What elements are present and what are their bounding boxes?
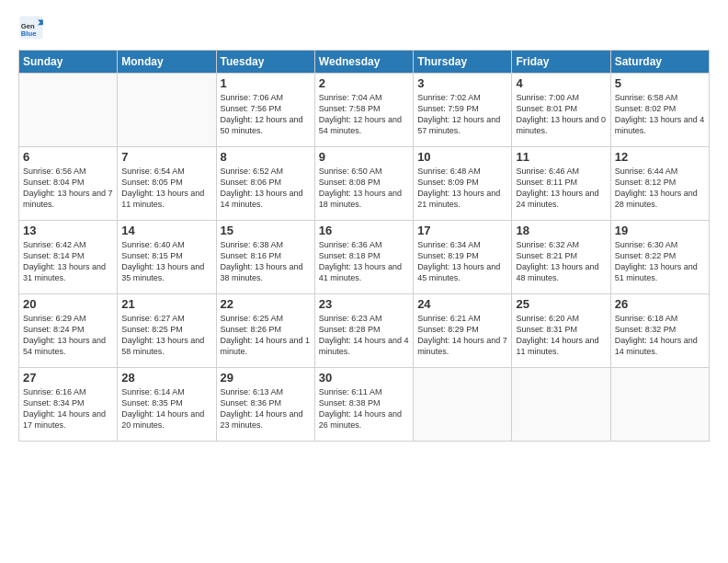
calendar-cell: 20Sunrise: 6:29 AM Sunset: 8:24 PM Dayli… [19,294,118,368]
calendar-week-3: 13Sunrise: 6:42 AM Sunset: 8:14 PM Dayli… [19,221,710,294]
day-number: 26 [615,297,705,311]
calendar-cell: 22Sunrise: 6:25 AM Sunset: 8:26 PM Dayli… [216,294,314,368]
page: Gen Blue SundayMondayTuesdayWednesdayThu… [0,0,728,563]
day-number: 15 [221,224,311,237]
calendar-header-monday: Monday [118,51,216,74]
day-info: Sunrise: 6:34 AM Sunset: 8:19 PM Dayligh… [417,239,507,284]
day-number: 8 [221,150,311,164]
day-info: Sunrise: 6:56 AM Sunset: 8:04 PM Dayligh… [23,166,113,211]
day-info: Sunrise: 6:32 AM Sunset: 8:21 PM Dayligh… [516,239,606,284]
day-number: 13 [23,224,113,237]
day-number: 27 [23,371,113,385]
calendar-cell: 14Sunrise: 6:40 AM Sunset: 8:15 PM Dayli… [118,221,216,294]
calendar-cell [414,368,512,442]
day-info: Sunrise: 6:40 AM Sunset: 8:15 PM Dayligh… [121,239,211,284]
day-info: Sunrise: 6:25 AM Sunset: 8:26 PM Dayligh… [221,313,311,358]
svg-text:Blue: Blue [21,29,37,38]
day-number: 22 [221,297,311,311]
calendar-cell: 23Sunrise: 6:23 AM Sunset: 8:28 PM Dayli… [314,294,413,368]
day-info: Sunrise: 6:48 AM Sunset: 8:09 PM Dayligh… [417,166,507,211]
header: Gen Blue [18,15,710,40]
day-info: Sunrise: 6:21 AM Sunset: 8:29 PM Dayligh… [417,313,507,358]
day-number: 11 [516,150,606,164]
calendar-week-5: 27Sunrise: 6:16 AM Sunset: 8:34 PM Dayli… [19,368,710,442]
calendar-cell: 13Sunrise: 6:42 AM Sunset: 8:14 PM Dayli… [19,221,118,294]
calendar-cell: 11Sunrise: 6:46 AM Sunset: 8:11 PM Dayli… [512,147,610,221]
day-info: Sunrise: 6:30 AM Sunset: 8:22 PM Dayligh… [615,239,705,284]
calendar-cell: 26Sunrise: 6:18 AM Sunset: 8:32 PM Dayli… [610,294,709,368]
day-info: Sunrise: 7:02 AM Sunset: 7:59 PM Dayligh… [417,92,507,137]
day-number: 2 [319,76,409,90]
calendar-cell: 5Sunrise: 6:58 AM Sunset: 8:02 PM Daylig… [610,74,709,147]
day-info: Sunrise: 7:00 AM Sunset: 8:01 PM Dayligh… [516,92,606,137]
calendar-cell: 16Sunrise: 6:36 AM Sunset: 8:18 PM Dayli… [314,221,413,294]
day-number: 10 [417,150,507,164]
calendar-cell: 27Sunrise: 6:16 AM Sunset: 8:34 PM Dayli… [19,368,118,442]
calendar-cell: 30Sunrise: 6:11 AM Sunset: 8:38 PM Dayli… [314,368,413,442]
day-info: Sunrise: 6:13 AM Sunset: 8:36 PM Dayligh… [221,386,311,431]
calendar: SundayMondayTuesdayWednesdayThursdayFrid… [18,50,710,442]
day-number: 21 [121,297,211,311]
day-info: Sunrise: 6:23 AM Sunset: 8:28 PM Dayligh… [319,313,409,358]
calendar-header-saturday: Saturday [610,51,709,74]
day-info: Sunrise: 6:16 AM Sunset: 8:34 PM Dayligh… [23,386,113,431]
calendar-cell: 1Sunrise: 7:06 AM Sunset: 7:56 PM Daylig… [216,74,314,147]
day-number: 6 [23,150,113,164]
day-info: Sunrise: 6:14 AM Sunset: 8:35 PM Dayligh… [121,386,211,431]
calendar-cell: 28Sunrise: 6:14 AM Sunset: 8:35 PM Dayli… [118,368,216,442]
calendar-cell: 21Sunrise: 6:27 AM Sunset: 8:25 PM Dayli… [118,294,216,368]
calendar-header-friday: Friday [512,51,610,74]
calendar-cell: 10Sunrise: 6:48 AM Sunset: 8:09 PM Dayli… [414,147,512,221]
calendar-cell [19,74,118,147]
calendar-cell [512,368,610,442]
calendar-cell: 24Sunrise: 6:21 AM Sunset: 8:29 PM Dayli… [414,294,512,368]
logo-icon: Gen Blue [18,15,44,40]
day-number: 3 [417,76,507,90]
day-info: Sunrise: 6:44 AM Sunset: 8:12 PM Dayligh… [615,166,705,211]
day-info: Sunrise: 6:36 AM Sunset: 8:18 PM Dayligh… [319,239,409,284]
calendar-cell: 6Sunrise: 6:56 AM Sunset: 8:04 PM Daylig… [19,147,118,221]
calendar-week-4: 20Sunrise: 6:29 AM Sunset: 8:24 PM Dayli… [19,294,710,368]
calendar-header-sunday: Sunday [19,51,118,74]
calendar-header-wednesday: Wednesday [314,51,413,74]
day-number: 9 [319,150,409,164]
day-number: 20 [23,297,113,311]
calendar-week-2: 6Sunrise: 6:56 AM Sunset: 8:04 PM Daylig… [19,147,710,221]
calendar-header-tuesday: Tuesday [216,51,314,74]
calendar-cell: 25Sunrise: 6:20 AM Sunset: 8:31 PM Dayli… [512,294,610,368]
calendar-cell: 29Sunrise: 6:13 AM Sunset: 8:36 PM Dayli… [216,368,314,442]
calendar-cell: 19Sunrise: 6:30 AM Sunset: 8:22 PM Dayli… [610,221,709,294]
logo: Gen Blue [18,15,48,40]
day-info: Sunrise: 6:29 AM Sunset: 8:24 PM Dayligh… [23,313,113,358]
day-info: Sunrise: 6:20 AM Sunset: 8:31 PM Dayligh… [516,313,606,358]
day-info: Sunrise: 6:38 AM Sunset: 8:16 PM Dayligh… [221,239,311,284]
day-info: Sunrise: 6:42 AM Sunset: 8:14 PM Dayligh… [23,239,113,284]
calendar-cell: 12Sunrise: 6:44 AM Sunset: 8:12 PM Dayli… [610,147,709,221]
calendar-cell [610,368,709,442]
day-info: Sunrise: 7:06 AM Sunset: 7:56 PM Dayligh… [221,92,311,137]
day-number: 4 [516,76,606,90]
calendar-week-1: 1Sunrise: 7:06 AM Sunset: 7:56 PM Daylig… [19,74,710,147]
day-number: 18 [516,224,606,237]
day-number: 28 [121,371,211,385]
day-number: 14 [121,224,211,237]
calendar-header-row: SundayMondayTuesdayWednesdayThursdayFrid… [19,51,710,74]
day-info: Sunrise: 7:04 AM Sunset: 7:58 PM Dayligh… [319,92,409,137]
day-info: Sunrise: 6:27 AM Sunset: 8:25 PM Dayligh… [121,313,211,358]
day-number: 23 [319,297,409,311]
day-info: Sunrise: 6:46 AM Sunset: 8:11 PM Dayligh… [516,166,606,211]
day-number: 25 [516,297,606,311]
calendar-cell: 3Sunrise: 7:02 AM Sunset: 7:59 PM Daylig… [414,74,512,147]
day-number: 12 [615,150,705,164]
calendar-cell: 4Sunrise: 7:00 AM Sunset: 8:01 PM Daylig… [512,74,610,147]
calendar-cell: 17Sunrise: 6:34 AM Sunset: 8:19 PM Dayli… [414,221,512,294]
calendar-cell: 18Sunrise: 6:32 AM Sunset: 8:21 PM Dayli… [512,221,610,294]
day-info: Sunrise: 6:11 AM Sunset: 8:38 PM Dayligh… [319,386,409,431]
day-info: Sunrise: 6:52 AM Sunset: 8:06 PM Dayligh… [221,166,311,211]
calendar-header-thursday: Thursday [414,51,512,74]
day-number: 1 [221,76,311,90]
day-number: 29 [221,371,311,385]
calendar-cell: 15Sunrise: 6:38 AM Sunset: 8:16 PM Dayli… [216,221,314,294]
calendar-cell: 7Sunrise: 6:54 AM Sunset: 8:05 PM Daylig… [118,147,216,221]
calendar-cell: 9Sunrise: 6:50 AM Sunset: 8:08 PM Daylig… [314,147,413,221]
